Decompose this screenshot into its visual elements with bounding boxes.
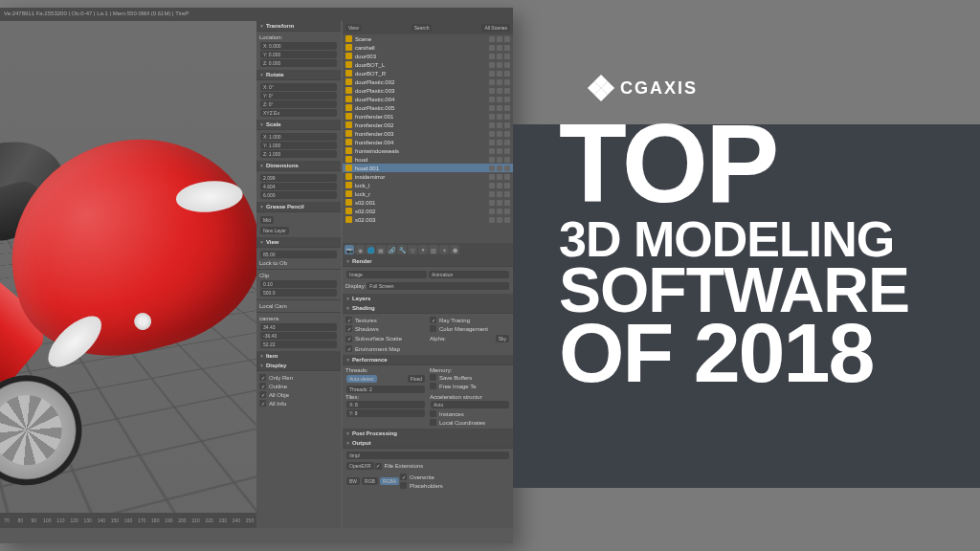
frame-tick[interactable]: 150: [108, 518, 122, 523]
render-image-button[interactable]: Image: [346, 271, 427, 278]
shading-header[interactable]: Shading: [343, 303, 513, 313]
outliner-item[interactable]: s02.001: [343, 198, 513, 207]
frame-tick[interactable]: 240: [230, 518, 243, 523]
outliner-item[interactable]: Scene: [343, 34, 513, 43]
outliner-item[interactable]: frontfender.003: [343, 129, 513, 138]
frame-tick[interactable]: 200: [175, 518, 189, 523]
grease-pencil-header[interactable]: Grease Pencil: [256, 202, 341, 211]
outliner-item[interactable]: frontfender.002: [343, 121, 513, 129]
properties-n-panel[interactable]: Transform Location: X: 0.000 Y: 0.000 Z:…: [256, 21, 341, 528]
outliner-view-menu[interactable]: View: [345, 24, 362, 32]
object-tab-icon[interactable]: ▦: [376, 245, 386, 254]
visibility-toggles[interactable]: [489, 148, 510, 154]
frame-tick[interactable]: 190: [162, 518, 175, 523]
loc-x-field[interactable]: X: 0.000: [260, 42, 337, 50]
envmap-checkbox[interactable]: Environment Map: [345, 344, 426, 353]
frame-tick[interactable]: 180: [148, 518, 162, 523]
free-image-checkbox[interactable]: Free Image Te: [430, 382, 510, 390]
frame-tick[interactable]: 120: [68, 518, 81, 523]
clip-end-field[interactable]: 500.0: [260, 289, 337, 297]
visibility-toggles[interactable]: [489, 88, 510, 94]
textures-checkbox[interactable]: Textures: [345, 316, 426, 324]
placeholders-checkbox[interactable]: Placeholders: [400, 481, 510, 490]
visibility-toggles[interactable]: [489, 54, 510, 59]
rgba-button[interactable]: RGBA: [380, 477, 399, 485]
outliner-item[interactable]: frontwindowseals: [343, 146, 513, 155]
frame-tick[interactable]: 130: [81, 518, 95, 523]
render-header[interactable]: Render: [343, 256, 513, 266]
cam-y-field[interactable]: -36.40: [260, 332, 337, 340]
outliner-item[interactable]: doorPlastic.004: [343, 95, 513, 103]
outliner-item[interactable]: doorPlastic.003: [343, 86, 513, 95]
output-path-field[interactable]: /tmp/: [346, 452, 509, 459]
gp-mid-button[interactable]: Mid: [260, 216, 274, 224]
display-header[interactable]: Display: [256, 361, 341, 370]
dimensions-header[interactable]: Dimensions: [256, 161, 341, 170]
particles-tab-icon[interactable]: ✦: [439, 245, 449, 254]
frame-tick[interactable]: 110: [54, 518, 67, 523]
visibility-toggles[interactable]: [489, 140, 510, 145]
3d-viewport[interactable]: 7080901001101201301401501601701801902002…: [0, 21, 256, 528]
outliner-item[interactable]: lock_r: [343, 189, 513, 198]
outliner-item[interactable]: door003: [343, 52, 513, 60]
outliner-item[interactable]: carshell: [343, 43, 513, 52]
dim-z-field[interactable]: 6.000: [260, 191, 337, 199]
sss-checkbox[interactable]: Subsurface Scatte: [345, 333, 426, 344]
physics-tab-icon[interactable]: ⬣: [450, 245, 459, 254]
visibility-toggles[interactable]: [489, 165, 510, 171]
shadows-checkbox[interactable]: Shadows: [345, 324, 426, 333]
performance-header[interactable]: Performance: [343, 355, 513, 364]
visibility-toggles[interactable]: [489, 183, 510, 188]
rotate-header[interactable]: Rotate: [256, 70, 341, 79]
postproc-header[interactable]: Post Processing: [343, 429, 513, 438]
frame-tick[interactable]: 80: [13, 518, 27, 523]
frame-tick[interactable]: 70: [0, 518, 13, 523]
rot-z-field[interactable]: Z: 0°: [260, 100, 337, 108]
file-ext-checkbox[interactable]: File Extensions: [375, 462, 510, 471]
frame-tick[interactable]: 230: [216, 518, 230, 523]
outliner-filter-dropdown[interactable]: All Scenes: [481, 24, 510, 32]
frame-tick[interactable]: 170: [135, 518, 148, 523]
all-obj-checkbox[interactable]: All Obje: [259, 390, 338, 399]
visibility-toggles[interactable]: [489, 217, 510, 223]
dim-y-field[interactable]: 4.604: [260, 183, 337, 190]
frame-tick[interactable]: 250: [243, 518, 256, 523]
outliner-search-menu[interactable]: Search: [412, 24, 433, 32]
outliner-item[interactable]: hood.001: [343, 164, 513, 172]
view-header[interactable]: View: [256, 237, 341, 247]
layers-header[interactable]: Layers: [343, 294, 513, 303]
properties-tabs[interactable]: 📷 ◉ 🌐 ▦ 🔗 🔧 ▽ ● ▨ ✦ ⬣: [343, 243, 513, 256]
outliner-item[interactable]: frontfender.004: [343, 138, 513, 146]
all-info-checkbox[interactable]: All Info: [259, 399, 338, 408]
local-coord-checkbox[interactable]: Local Coordinates: [430, 418, 510, 427]
fixed-button[interactable]: Fixed: [408, 375, 425, 383]
rot-mode-field[interactable]: XYZ Eu: [260, 109, 337, 117]
outline-checkbox[interactable]: Outline: [259, 382, 338, 390]
scale-y-field[interactable]: Y: 1.000: [260, 142, 337, 149]
transform-header[interactable]: Transform: [256, 21, 341, 31]
frame-tick[interactable]: 220: [203, 518, 216, 523]
render-tab-icon[interactable]: 📷: [345, 245, 354, 254]
output-header[interactable]: Output: [343, 438, 513, 448]
frame-tick[interactable]: 140: [95, 518, 108, 523]
modifiers-tab-icon[interactable]: 🔧: [397, 245, 407, 254]
scene-tab-icon[interactable]: ◉: [355, 245, 365, 254]
visibility-toggles[interactable]: [489, 97, 510, 102]
visibility-toggles[interactable]: [489, 157, 510, 163]
material-tab-icon[interactable]: ●: [418, 245, 428, 254]
outliner-item[interactable]: insidemirror: [343, 172, 513, 181]
item-header[interactable]: Item: [256, 351, 341, 361]
constraints-tab-icon[interactable]: 🔗: [387, 245, 396, 254]
visibility-toggles[interactable]: [489, 114, 510, 120]
cam-z-field[interactable]: 52.22: [260, 341, 337, 348]
frame-tick[interactable]: 90: [27, 518, 40, 523]
visibility-toggles[interactable]: [489, 200, 510, 206]
outliner-item[interactable]: s02.002: [343, 207, 513, 215]
raytracing-checkbox[interactable]: Ray Tracing: [430, 316, 510, 324]
color-mgmt-checkbox[interactable]: Color Management: [430, 324, 510, 333]
visibility-toggles[interactable]: [489, 131, 510, 137]
scale-z-field[interactable]: Z: 1.000: [260, 150, 337, 158]
tiles-x-field[interactable]: X: 8: [346, 401, 425, 408]
alpha-sky-button[interactable]: Sky: [496, 335, 509, 342]
rot-y-field[interactable]: Y: 0°: [260, 92, 337, 99]
